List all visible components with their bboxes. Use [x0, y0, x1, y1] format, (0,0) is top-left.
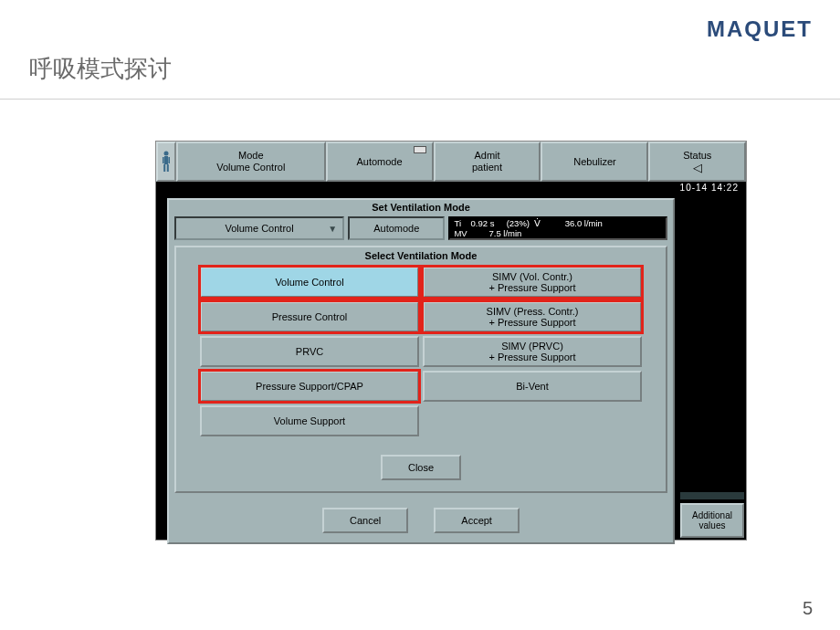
datetime-display: 10-14 14:22 [156, 182, 746, 196]
toolbar-automode-label: Automode [356, 156, 402, 168]
mode-simv-pc-l2: + Pressure Support [488, 317, 575, 328]
readout-ti-value: 0.92 s [471, 218, 495, 228]
svg-rect-1 [164, 156, 168, 164]
top-toolbar: Mode Volume Control Automode Admit patie… [156, 142, 746, 182]
main-area: Set Ventilation Mode Volume Control ▼ Au… [156, 196, 746, 540]
mode-ps-cpap[interactable]: Pressure Support/CPAP [200, 371, 419, 402]
close-row: Close [176, 449, 666, 491]
speaker-icon: ◁ [693, 162, 702, 173]
mode-simv-prvc[interactable]: SIMV (PRVC) + Pressure Support [423, 336, 642, 367]
readout-v-value: 36.0 l/min [565, 218, 603, 228]
svg-rect-3 [167, 164, 169, 172]
grid-empty-cell [423, 405, 642, 436]
page-number: 5 [803, 598, 813, 619]
ventilation-readout: Ti 0.92 s (23%) V̇ 36.0 l/min MV 7.5 l/m… [448, 216, 667, 240]
toolbar-admit-l2: patient [472, 162, 502, 173]
mode-dropdown-value: Volume Control [225, 223, 293, 234]
readout-mv-value: 7.5 l/min [488, 228, 521, 238]
toolbar-mode-label: Mode [238, 150, 264, 162]
mode-simv-vol[interactable]: SIMV (Vol. Contr.) + Pressure Support [423, 267, 642, 298]
readout-ti-label: Ti [454, 218, 461, 228]
toolbar-nebulizer-label: Nebulizer [573, 156, 615, 168]
set-ventilation-mode-panel: Set Ventilation Mode Volume Control ▼ Au… [167, 198, 675, 544]
readout-mv-label: MV [454, 228, 467, 238]
mode-simv-prvc-l1: SIMV (PRVC) [501, 341, 563, 352]
mode-pressure-control[interactable]: Pressure Control [200, 301, 419, 332]
toolbar-status-label: Status [683, 150, 711, 162]
mode-simv-pc-l1: SIMV (Press. Contr.) [487, 306, 579, 317]
brand-logo: MAQUET [707, 16, 813, 42]
mode-simv-prvc-l2: + Pressure Support [488, 352, 575, 362]
readout-ti-pct: (23%) [507, 218, 530, 228]
additional-l2: values [692, 520, 732, 531]
svm-row-controls: Volume Control ▼ Automode Ti 0.92 s (23%… [169, 216, 673, 246]
mode-dropdown[interactable]: Volume Control ▼ [174, 216, 344, 240]
mode-prvc-label: PRVC [296, 346, 323, 357]
select-title: Select Ventilation Mode [176, 247, 666, 267]
mode-prvc[interactable]: PRVC [200, 336, 419, 367]
automode-dropdown[interactable]: Automode [348, 216, 445, 240]
svg-point-0 [164, 152, 169, 156]
mode-simv-vc-l1: SIMV (Vol. Contr.) [492, 271, 572, 282]
svm-title: Set Ventilation Mode [169, 200, 673, 216]
automode-dropdown-value: Automode [373, 223, 419, 234]
toolbar-mode-value: Volume Control [216, 162, 285, 173]
mode-simv-vc-l2: + Pressure Support [488, 282, 575, 293]
mode-grid: Volume Control SIMV (Vol. Contr.) + Pres… [176, 267, 666, 449]
mode-bivent[interactable]: Bi-Vent [423, 371, 642, 402]
mode-pc-label: Pressure Control [272, 311, 348, 322]
patient-posture-icon[interactable] [156, 142, 176, 182]
svm-bottom-row: Cancel Accept [169, 502, 673, 542]
mode-simv-press[interactable]: SIMV (Press. Contr.) + Pressure Support [423, 301, 642, 332]
additional-values-button[interactable]: Additional values [680, 503, 744, 538]
toolbar-admit-l1: Admit [474, 150, 499, 162]
automode-indicator-icon [414, 146, 426, 153]
close-button[interactable]: Close [381, 455, 461, 480]
svg-rect-2 [163, 164, 165, 172]
additional-shadow [680, 492, 744, 499]
mode-vs-label: Volume Support [274, 415, 345, 426]
additional-l1: Additional [692, 510, 732, 521]
select-ventilation-mode-panel: Select Ventilation Mode Volume Control S… [174, 246, 667, 493]
toolbar-nebulizer-button[interactable]: Nebulizer [541, 142, 648, 182]
readout-v-label: V̇ [534, 218, 541, 228]
toolbar-mode-button[interactable]: Mode Volume Control [176, 142, 326, 182]
mode-bivent-label: Bi-Vent [516, 381, 548, 392]
ventilator-screen: Mode Volume Control Automode Admit patie… [155, 141, 747, 541]
svg-rect-5 [168, 157, 170, 163]
mode-volume-support[interactable]: Volume Support [200, 405, 419, 436]
slide-title: 呼吸模式探讨 [29, 53, 172, 85]
chevron-down-icon: ▼ [328, 224, 337, 234]
title-divider [0, 99, 840, 100]
mode-volume-control[interactable]: Volume Control [200, 267, 419, 298]
accept-button[interactable]: Accept [434, 508, 520, 533]
mode-vc-label: Volume Control [275, 277, 343, 288]
svg-rect-4 [163, 157, 164, 163]
cancel-button[interactable]: Cancel [322, 508, 408, 533]
toolbar-status-button[interactable]: Status ◁ [648, 142, 746, 182]
toolbar-automode-button[interactable]: Automode [326, 142, 434, 182]
mode-pscpap-label: Pressure Support/CPAP [256, 381, 363, 392]
toolbar-admit-button[interactable]: Admit patient [434, 142, 541, 182]
